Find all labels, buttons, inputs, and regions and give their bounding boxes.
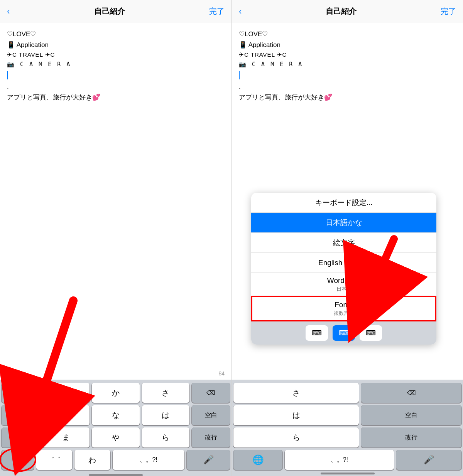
right-content-line-4: 📷 C A M E R A [239, 60, 456, 69]
key-return-left[interactable]: 改行 [192, 427, 230, 447]
key-space-right[interactable]: 空白 [361, 405, 461, 425]
left-content-text-2: . アプリと写真、旅行が大好き💕 [7, 82, 225, 102]
key-ya-left[interactable]: や [92, 427, 139, 447]
right-content-line-6: アプリと写真、旅行が大好き💕 [239, 93, 456, 103]
left-title: 自己紹介 [94, 6, 125, 17]
content-line-6: アプリと写真、旅行が大好き💕 [7, 93, 225, 103]
right-content-text: ♡LOVE♡ 📱 Application ✈C TRAVEL ✈C 📷 C A … [239, 29, 456, 69]
fonts-sub: 複数言語 [334, 310, 354, 317]
right-back-button[interactable]: ‹ [239, 7, 242, 17]
popup-keyboard-switcher: ⌨ ⌨ ⌨ [251, 321, 436, 345]
left-keyboard: ☆123 あ か さ ⌫ ABC た な は 空白 あいう ま や ら 改行 🌐… [0, 380, 231, 474]
kb-row-4-right: 🌐 、。?! 🎤 [233, 450, 461, 470]
key-wa-left[interactable]: わ [74, 450, 110, 470]
content-line-1: ♡LOVE♡ [7, 29, 225, 39]
left-content-text: ♡LOVE♡ 📱 Application ✈C TRAVEL ✈C 📷 C A … [7, 29, 225, 69]
right-keyboard: さ ⌫ は 空白 ら 改行 🌐 、。?! 🎤 [232, 380, 463, 476]
key-ma-left[interactable]: ま [42, 427, 90, 447]
key-sa-left[interactable]: さ [142, 383, 189, 403]
switcher-btn-left[interactable]: ⌨ [306, 325, 328, 341]
right-content-line-1: ♡LOVE♡ [239, 29, 456, 39]
key-punct-left[interactable]: 、。?! [113, 450, 184, 470]
popup-item-japanese[interactable]: 日本語かな [251, 213, 436, 233]
home-indicator-left [89, 474, 143, 476]
key-ra-right[interactable]: ら [233, 427, 359, 447]
char-count-left: 84 [218, 370, 225, 377]
key-ta-left[interactable]: た [42, 405, 90, 425]
key-return-right[interactable]: 改行 [361, 427, 461, 447]
text-cursor [7, 71, 8, 79]
wordlight-sub: 日本語 [336, 286, 351, 293]
keyboard-switcher-popup[interactable]: キーボード設定... 日本語かな 絵文字 English (Japan) Wor… [251, 193, 436, 345]
popup-item-fonts[interactable]: Fonts 複数言語 [251, 296, 436, 321]
fonts-label: Fonts [335, 301, 353, 309]
key-ka-left[interactable]: か [92, 383, 139, 403]
right-title: 自己紹介 [326, 6, 357, 17]
wordlight-label: WordLight [327, 276, 360, 285]
key-aiou[interactable]: あいう [2, 427, 40, 447]
popup-item-emoji[interactable]: 絵文字 [251, 233, 436, 253]
left-back-button[interactable]: ‹ [7, 7, 10, 17]
kb-row-2-right: は 空白 [233, 405, 461, 425]
left-nav-bar: ‹ 自己紹介 完了 [0, 0, 231, 23]
key-na-left[interactable]: な [92, 405, 139, 425]
right-content-line-2: 📱 Application [239, 40, 456, 50]
popup-item-settings[interactable]: キーボード設定... [251, 193, 436, 213]
kb-row-3-right: ら 改行 [233, 427, 461, 447]
home-bar-right [233, 472, 461, 474]
content-line-3: ✈C TRAVEL ✈C [7, 50, 225, 59]
right-text-cursor [239, 71, 240, 79]
key-space-left[interactable]: 空白 [192, 405, 230, 425]
key-delete-right[interactable]: ⌫ [361, 383, 461, 403]
key-ha-left[interactable]: は [142, 405, 189, 425]
key-globe-left[interactable]: 🌐 [2, 450, 34, 470]
key-sa-right[interactable]: さ [233, 383, 359, 403]
key-globe-right[interactable]: 🌐 [233, 450, 282, 470]
key-a-left[interactable]: あ [42, 383, 90, 403]
content-line-2: 📱 Application [7, 40, 225, 50]
right-content-line-5: . [239, 82, 456, 92]
key-123[interactable]: ☆123 [2, 383, 40, 403]
key-mic-right[interactable]: 🎤 [396, 450, 461, 470]
content-line-5: . [7, 82, 225, 92]
key-mic-left[interactable]: 🎤 [187, 450, 230, 470]
content-line-4: 📷 C A M E R A [7, 60, 225, 69]
right-nav-bar: ‹ 自己紹介 完了 [232, 0, 463, 23]
right-content-text-2: . アプリと写真、旅行が大好き💕 [239, 82, 456, 102]
key-dakuten-left[interactable]: ゛゜ [36, 450, 72, 470]
key-ra-left[interactable]: ら [142, 427, 189, 447]
home-indicator-right [321, 473, 375, 474]
kb-row-4-left: 🌐 ゛゜ わ 、。?! 🎤 [2, 450, 230, 470]
right-cursor-line [239, 71, 456, 79]
key-delete-left[interactable]: ⌫ [192, 383, 230, 403]
cursor-line [7, 71, 225, 79]
kb-row-1-right: さ ⌫ [233, 383, 461, 403]
right-content-line-3: ✈C TRAVEL ✈C [239, 50, 456, 59]
left-panel: ‹ 自己紹介 完了 ♡LOVE♡ 📱 Application ✈C TRAVEL… [0, 0, 231, 476]
kb-row-2-left: ABC た な は 空白 [2, 405, 230, 425]
kb-row-1-left: ☆123 あ か さ ⌫ [2, 383, 230, 403]
key-ha-right[interactable]: は [233, 405, 359, 425]
left-content-area[interactable]: ♡LOVE♡ 📱 Application ✈C TRAVEL ✈C 📷 C A … [0, 23, 231, 380]
right-done-button[interactable]: 完了 [441, 6, 456, 17]
right-panel: ‹ 自己紹介 完了 ♡LOVE♡ 📱 Application ✈C TRAVEL… [231, 0, 463, 476]
key-abc[interactable]: ABC [2, 405, 40, 425]
popup-item-wordlight[interactable]: WordLight 日本語 [251, 273, 436, 296]
key-punct-right[interactable]: 、。?! [285, 450, 394, 470]
home-bar-left [0, 474, 231, 476]
switcher-btn-right[interactable]: ⌨ [360, 325, 382, 341]
switcher-btn-center[interactable]: ⌨ [333, 325, 355, 341]
left-done-button[interactable]: 完了 [209, 6, 225, 17]
popup-item-english[interactable]: English (Japan) [251, 253, 436, 273]
kb-row-3-left: あいう ま や ら 改行 [2, 427, 230, 447]
